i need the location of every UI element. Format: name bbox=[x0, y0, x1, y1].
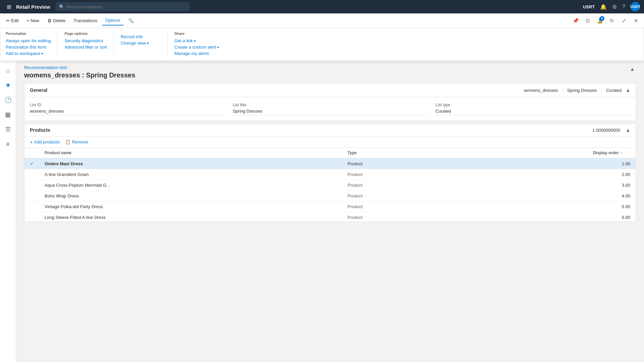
row-checkbox[interactable] bbox=[24, 201, 39, 212]
personalize-form-item[interactable]: Personalize this form bbox=[6, 44, 51, 50]
row-checkbox[interactable] bbox=[24, 180, 39, 191]
global-search-box[interactable]: 🔍 bbox=[56, 2, 190, 11]
breadcrumb[interactable]: Recommendation lists bbox=[24, 65, 135, 70]
list-id-label: List ID bbox=[30, 103, 225, 107]
advanced-filter-item[interactable]: Advanced filter or sort bbox=[64, 44, 107, 50]
delete-button[interactable]: 🗑 Delete bbox=[44, 16, 69, 25]
general-section-card: General womens_dresses | Spring Dresses … bbox=[24, 83, 636, 121]
app-title: Retail Preview bbox=[16, 4, 50, 10]
list-title-label: List title bbox=[233, 103, 428, 107]
products-card-title: Products bbox=[30, 127, 50, 133]
user-avatar[interactable]: USRT bbox=[631, 2, 640, 11]
add-products-button[interactable]: + Add products bbox=[30, 139, 60, 145]
row-display-order: 3.00 bbox=[445, 180, 636, 191]
row-product-name: Vintage Polka-dot Party Dress bbox=[39, 201, 342, 212]
refresh-icon[interactable]: ↻ bbox=[606, 15, 617, 26]
table-row[interactable]: Long Sleeve Fitted A-line DressProduct6.… bbox=[24, 212, 636, 222]
table-header-product-name[interactable]: Product name bbox=[39, 148, 342, 158]
list-title-value: Spring Dresses bbox=[233, 109, 428, 115]
waffle-menu-icon[interactable]: ⊞ bbox=[4, 2, 13, 11]
always-open-editing-item[interactable]: Always open for editing bbox=[6, 38, 51, 44]
settings-icon[interactable]: ⚙ bbox=[612, 4, 617, 10]
row-checkbox[interactable]: ✓ bbox=[24, 158, 39, 169]
share-group: Share Get a link Create a custom alert M… bbox=[174, 32, 226, 57]
ribbon-right-actions: 📌 O 🔔 0 ↻ ⤢ ✕ bbox=[570, 15, 641, 26]
personalize-group: Personalize Always open for editing Pers… bbox=[6, 32, 58, 57]
row-type: Product bbox=[342, 201, 445, 212]
search-ribbon-icon-glyph: 🔍 bbox=[128, 18, 134, 23]
remove-button[interactable]: 📋 Remove bbox=[65, 139, 88, 145]
search-input[interactable] bbox=[66, 4, 186, 9]
page-options-group: Page options Security diagnostics Advanc… bbox=[64, 32, 114, 57]
top-nav-right-section: USRT 🔔 ⚙ ? USRT bbox=[583, 2, 640, 11]
add-products-icon: + bbox=[30, 139, 33, 145]
close-icon[interactable]: ✕ bbox=[631, 15, 641, 26]
general-form-grid: List ID womens_dresses List title Spring… bbox=[24, 97, 636, 121]
row-display-order: 2.00 bbox=[445, 169, 636, 180]
notifications-icon[interactable]: 🔔 bbox=[600, 4, 607, 10]
share-group-title: Share bbox=[174, 32, 219, 36]
table-header-type[interactable]: Type bbox=[342, 148, 445, 158]
main-content-area: Recommendation lists womens_dresses : Sp… bbox=[16, 61, 644, 362]
row-type: Product bbox=[342, 191, 445, 201]
row-type: Product bbox=[342, 180, 445, 191]
options-dropdown-panel: Personalize Always open for editing Pers… bbox=[0, 28, 644, 61]
new-button[interactable]: + New bbox=[23, 16, 43, 25]
table-row[interactable]: Vintage Polka-dot Party DressProduct5.00 bbox=[24, 201, 636, 212]
page-header-collapse-button[interactable]: ▲ bbox=[629, 65, 636, 73]
row-product-name: Boho Wrap Dress bbox=[39, 191, 342, 201]
record-info-item[interactable]: Record info bbox=[121, 34, 161, 40]
general-card-title: General bbox=[30, 87, 47, 93]
page-options-group-title: Page options bbox=[64, 32, 107, 36]
personalize-group-title: Personalize bbox=[6, 32, 51, 36]
edit-button[interactable]: ✏ Edit bbox=[3, 16, 22, 25]
pin-icon[interactable]: 📌 bbox=[570, 15, 581, 26]
help-icon[interactable]: ? bbox=[622, 4, 625, 10]
table-row[interactable]: Boho Wrap DressProduct4.00 bbox=[24, 191, 636, 201]
sidebar-favorites-icon[interactable]: ★ bbox=[1, 78, 15, 92]
translations-button[interactable]: Translations bbox=[70, 16, 101, 25]
notification-bell-icon[interactable]: 🔔 0 bbox=[594, 15, 605, 26]
row-display-order: 5.00 bbox=[445, 201, 636, 212]
delete-icon: 🗑 bbox=[47, 18, 52, 23]
sidebar-workspace-icon[interactable]: ▦ bbox=[1, 108, 15, 121]
change-view-item[interactable]: Change view bbox=[121, 40, 161, 46]
manage-my-alerts-item[interactable]: Manage my alerts bbox=[174, 50, 219, 57]
list-type-value: Curated bbox=[435, 109, 630, 115]
row-product-name: A-line Grandient Gown bbox=[39, 169, 342, 180]
list-title-field: List title Spring Dresses bbox=[233, 103, 428, 115]
check-icon: ✓ bbox=[30, 161, 34, 166]
sidebar-recent-icon[interactable]: 🕐 bbox=[1, 93, 15, 107]
table-row[interactable]: ✓Ombre Maxi DressProduct1.00 bbox=[24, 158, 636, 169]
office-icon[interactable]: O bbox=[582, 15, 593, 26]
products-table: Product name Type Display order ↕ bbox=[24, 148, 636, 222]
open-in-new-icon[interactable]: ⤢ bbox=[619, 15, 629, 26]
options-button[interactable]: Options bbox=[102, 16, 124, 25]
table-row[interactable]: Aqua Cross-Peplum Mermaid G...Product3.0… bbox=[24, 180, 636, 191]
user-label[interactable]: USRT bbox=[583, 4, 595, 9]
create-custom-alert-item[interactable]: Create a custom alert bbox=[174, 44, 219, 50]
add-to-workspace-item[interactable]: Add to workspace bbox=[6, 50, 51, 57]
sidebar-home-icon[interactable]: ⌂ bbox=[1, 64, 15, 77]
products-table-header-row: Product name Type Display order ↕ bbox=[24, 148, 636, 158]
sidebar-menu-icon[interactable]: ≡ bbox=[1, 137, 15, 151]
products-collapse-button[interactable]: ▲ bbox=[626, 127, 630, 133]
search-ribbon-icon[interactable]: 🔍 bbox=[125, 16, 137, 25]
row-type: Product bbox=[342, 169, 445, 180]
row-checkbox[interactable] bbox=[24, 169, 39, 180]
general-collapse-button[interactable]: ▲ bbox=[626, 87, 630, 93]
sidebar-list-icon[interactable]: ☰ bbox=[1, 123, 15, 136]
row-checkbox[interactable] bbox=[24, 191, 39, 201]
general-card-header: General womens_dresses | Spring Dresses … bbox=[24, 83, 636, 97]
table-row[interactable]: A-line Grandient GownProduct2.00 bbox=[24, 169, 636, 180]
row-checkbox[interactable] bbox=[24, 212, 39, 222]
table-header-display-order[interactable]: Display order ↕ bbox=[445, 148, 636, 158]
list-title-tag: Spring Dresses bbox=[567, 88, 597, 93]
row-display-order: 6.00 bbox=[445, 212, 636, 222]
products-table-container[interactable]: Product name Type Display order ↕ bbox=[24, 148, 636, 222]
ribbon-toolbar: ✏ Edit + New 🗑 Delete Translations Optio… bbox=[0, 13, 644, 28]
products-count: 1.0000000000 bbox=[592, 128, 620, 133]
get-a-link-item[interactable]: Get a link bbox=[174, 38, 219, 44]
row-product-name: Long Sleeve Fitted A-line Dress bbox=[39, 212, 342, 222]
security-diagnostics-item[interactable]: Security diagnostics bbox=[64, 38, 107, 44]
